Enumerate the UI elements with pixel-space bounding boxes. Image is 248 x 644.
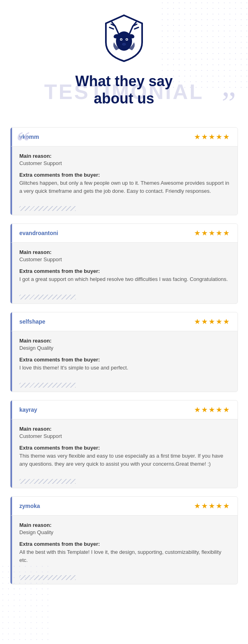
extra-comment-text: This theme was very flexible and easy to… bbox=[19, 452, 230, 468]
review-header: kayray ★★★★★ bbox=[10, 400, 238, 419]
main-reason-label: Main reason: bbox=[19, 249, 230, 255]
main-reason-value: Customer Support bbox=[19, 160, 230, 166]
main-heading: What they say about us bbox=[32, 72, 216, 107]
diagonal-lines-decoration bbox=[19, 206, 76, 211]
diagonal-lines-decoration bbox=[19, 575, 76, 580]
main-reason-label: Main reason: bbox=[19, 338, 230, 344]
diagonal-lines-decoration bbox=[19, 295, 76, 299]
logo-container bbox=[0, 12, 248, 64]
svg-point-4 bbox=[126, 39, 128, 40]
review-header: evandroantoni ★★★★★ bbox=[10, 224, 238, 243]
quote-right: ” bbox=[221, 87, 236, 119]
header-section: “ TESTIMONIAL What they say about us ” bbox=[0, 0, 248, 119]
review-card: zymoka ★★★★★ Main reason: Design Quality… bbox=[10, 496, 238, 584]
reviewer-name: zymoka bbox=[19, 503, 40, 509]
review-footer bbox=[10, 573, 238, 584]
heading-section: “ TESTIMONIAL What they say about us ” bbox=[0, 68, 248, 115]
extra-comment-text: I got a great support on which helped re… bbox=[19, 275, 230, 283]
review-body: Main reason: Design Quality Extra commen… bbox=[10, 516, 238, 573]
reviewer-name: kayray bbox=[19, 407, 37, 413]
extra-comment-text: Glitches happen, but only a few people o… bbox=[19, 179, 230, 195]
extra-comment-label: Extra comments from the buyer: bbox=[19, 172, 230, 178]
star-rating: ★★★★★ bbox=[194, 132, 230, 141]
brand-logo bbox=[100, 12, 148, 64]
main-reason-label: Main reason: bbox=[19, 153, 230, 159]
review-body: Main reason: Customer Support Extra comm… bbox=[10, 243, 238, 292]
extra-comment-label: Extra comments from the buyer: bbox=[19, 357, 230, 363]
extra-comment-label: Extra comments from the buyer: bbox=[19, 445, 230, 451]
star-rating: ★★★★★ bbox=[194, 317, 230, 326]
extra-comment-text: All the best with this Template! I love … bbox=[19, 548, 230, 564]
svg-point-5 bbox=[122, 43, 126, 46]
review-body: Main reason: Customer Support Extra comm… bbox=[10, 419, 238, 477]
review-card: vkomm ★★★★★ Main reason: Customer Suppor… bbox=[10, 127, 238, 215]
review-footer bbox=[10, 292, 238, 303]
main-reason-value: Customer Support bbox=[19, 256, 230, 262]
extra-comment-text: I love this theme! It's simple to use an… bbox=[19, 364, 230, 372]
reviewer-name: selfshape bbox=[19, 318, 45, 325]
review-card: kayray ★★★★★ Main reason: Customer Suppo… bbox=[10, 400, 238, 488]
review-footer bbox=[10, 204, 238, 215]
extra-comment-label: Extra comments from the buyer: bbox=[19, 268, 230, 274]
main-reason-label: Main reason: bbox=[19, 426, 230, 432]
review-footer bbox=[10, 477, 238, 488]
extra-comment-label: Extra comments from the buyer: bbox=[19, 541, 230, 547]
star-rating: ★★★★★ bbox=[194, 405, 230, 414]
reviewer-name: evandroantoni bbox=[19, 230, 58, 236]
main-reason-label: Main reason: bbox=[19, 522, 230, 528]
main-reason-value: Design Quality bbox=[19, 529, 230, 535]
quote-left: “ bbox=[16, 127, 31, 159]
diagonal-lines-decoration bbox=[19, 479, 76, 484]
star-rating: ★★★★★ bbox=[194, 229, 230, 237]
reviews-container: vkomm ★★★★★ Main reason: Customer Suppor… bbox=[0, 119, 248, 609]
star-rating: ★★★★★ bbox=[194, 502, 230, 510]
review-header: vkomm ★★★★★ bbox=[10, 128, 238, 147]
review-header: selfshape ★★★★★ bbox=[10, 312, 238, 331]
review-body: Main reason: Customer Support Extra comm… bbox=[10, 147, 238, 204]
main-reason-value: Customer Support bbox=[19, 433, 230, 439]
review-card: evandroantoni ★★★★★ Main reason: Custome… bbox=[10, 223, 238, 304]
review-card: selfshape ★★★★★ Main reason: Design Qual… bbox=[10, 312, 238, 392]
main-reason-value: Design Quality bbox=[19, 345, 230, 351]
review-footer bbox=[10, 380, 238, 392]
svg-point-3 bbox=[121, 39, 122, 40]
diagonal-lines-decoration bbox=[19, 383, 76, 388]
review-body: Main reason: Design Quality Extra commen… bbox=[10, 331, 238, 381]
review-header: zymoka ★★★★★ bbox=[10, 497, 238, 516]
